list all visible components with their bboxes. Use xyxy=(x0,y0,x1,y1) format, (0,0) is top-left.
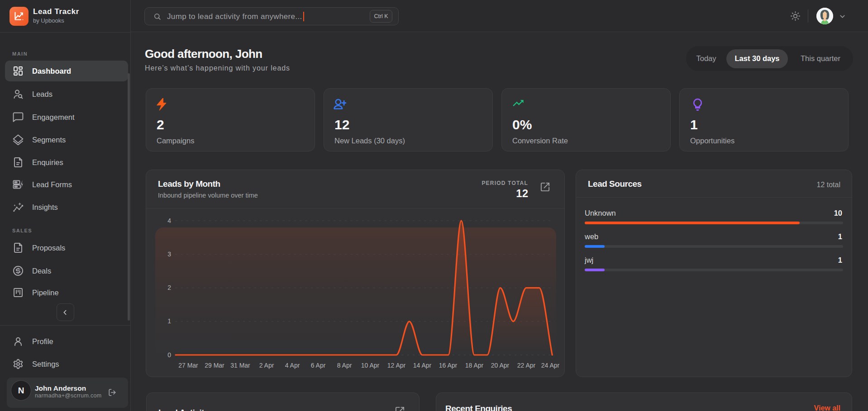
svg-text:2: 2 xyxy=(167,284,171,291)
svg-text:1: 1 xyxy=(167,317,171,325)
svg-text:27 Mar: 27 Mar xyxy=(178,362,198,369)
svg-text:3: 3 xyxy=(167,250,171,258)
svg-text:16 Apr: 16 Apr xyxy=(439,362,458,369)
svg-text:4: 4 xyxy=(167,217,171,224)
svg-text:6 Apr: 6 Apr xyxy=(311,362,326,369)
svg-text:10 Apr: 10 Apr xyxy=(361,362,380,369)
svg-text:4 Apr: 4 Apr xyxy=(285,362,300,369)
svg-text:22 Apr: 22 Apr xyxy=(517,362,536,369)
svg-text:0: 0 xyxy=(167,351,171,359)
svg-text:20 Apr: 20 Apr xyxy=(491,362,510,369)
svg-text:8 Apr: 8 Apr xyxy=(337,362,352,369)
svg-text:14 Apr: 14 Apr xyxy=(413,362,432,369)
svg-text:29 Mar: 29 Mar xyxy=(205,362,224,369)
svg-text:31 Mar: 31 Mar xyxy=(230,362,250,369)
svg-text:2 Apr: 2 Apr xyxy=(259,362,274,369)
svg-text:12 Apr: 12 Apr xyxy=(387,362,406,369)
svg-text:18 Apr: 18 Apr xyxy=(465,362,484,369)
svg-text:24 Apr: 24 Apr xyxy=(541,362,560,369)
